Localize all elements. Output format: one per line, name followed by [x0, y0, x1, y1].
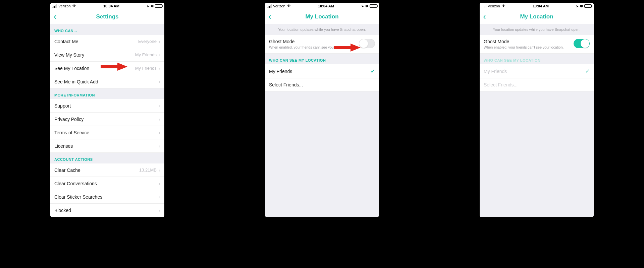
row-value: My Friends	[135, 66, 157, 71]
row-select-friends: Select Friends...	[480, 78, 594, 91]
option-label: My Friends	[269, 69, 371, 74]
page-title: Settings	[96, 13, 118, 20]
battery-icon	[155, 4, 162, 8]
row-label: Support	[54, 103, 159, 109]
navbar: ‹ My Location	[265, 9, 379, 24]
status-bar: Verizon 10:04 AM ➤ ✱	[480, 3, 594, 9]
page-title: My Location	[520, 13, 553, 20]
row-clear-stickers[interactable]: Clear Sticker Searches ›	[50, 190, 164, 204]
ghost-mode-sub: When enabled, your friends can't see you…	[269, 45, 359, 49]
check-icon: ✓	[371, 68, 375, 74]
ghost-mode-toggle[interactable]	[574, 39, 590, 48]
chevron-right-icon: ›	[159, 65, 160, 71]
row-label: Contact Me	[54, 39, 138, 44]
row-clear-conversations[interactable]: Clear Conversations ›	[50, 177, 164, 190]
row-label: Clear Sticker Searches	[54, 194, 159, 200]
status-bar: Verizon 10:04 AM ➤ ✱	[265, 3, 379, 9]
clock: 10:04 AM	[103, 4, 119, 8]
section-header-who-can: WHO CAN...	[50, 24, 164, 35]
page-title: My Location	[305, 13, 338, 20]
row-view-my-story[interactable]: View My Story My Friends ›	[50, 48, 164, 62]
row-label: Clear Conversations	[54, 181, 159, 186]
check-icon: ✓	[585, 68, 590, 74]
hint-text: Your location updates while you have Sna…	[265, 24, 379, 35]
row-see-my-location[interactable]: See My Location My Friends ›	[50, 62, 164, 75]
option-label: My Friends	[484, 69, 585, 74]
back-button[interactable]: ‹	[54, 9, 57, 24]
battery-icon	[370, 4, 377, 8]
phone-settings: Verizon 10:04 AM ➤ ✱ ‹ Settings WHO CAN.…	[50, 3, 164, 217]
navbar: ‹ My Location	[480, 9, 594, 24]
row-terms[interactable]: Terms of Service ›	[50, 126, 164, 139]
row-label: See Me in Quick Add	[54, 79, 159, 84]
chevron-right-icon: ›	[159, 194, 160, 200]
location-settings: Your location updates while you have Sna…	[480, 24, 594, 217]
row-value: Everyone	[138, 39, 157, 44]
wifi-icon	[287, 4, 291, 8]
row-select-friends[interactable]: Select Friends...	[265, 78, 379, 91]
row-value: 13.21MB	[139, 168, 157, 173]
carrier-label: Verizon	[58, 4, 71, 8]
row-ghost-mode[interactable]: Ghost Mode When enabled, your friends ca…	[480, 35, 594, 54]
section-header-more-info: MORE INFORMATION	[50, 88, 164, 99]
back-button[interactable]: ‹	[483, 9, 486, 24]
hint-text: Your location updates while you have Sna…	[480, 24, 594, 35]
chevron-right-icon: ›	[159, 39, 160, 44]
bluetooth-icon: ✱	[365, 4, 368, 8]
chevron-right-icon: ›	[159, 52, 160, 58]
navbar: ‹ Settings	[50, 9, 164, 24]
row-label: View My Story	[54, 52, 135, 58]
status-bar: Verizon 10:04 AM ➤ ✱	[50, 3, 164, 9]
settings-list[interactable]: WHO CAN... Contact Me Everyone › View My…	[50, 24, 164, 217]
wifi-icon	[72, 4, 76, 8]
row-label: Licenses	[54, 143, 159, 149]
row-label: Terms of Service	[54, 130, 159, 135]
row-privacy-policy[interactable]: Privacy Policy ›	[50, 113, 164, 126]
row-my-friends: My Friends ✓	[480, 64, 594, 78]
row-my-friends[interactable]: My Friends ✓	[265, 64, 379, 78]
ghost-mode-toggle[interactable]	[359, 39, 375, 48]
row-clear-cache[interactable]: Clear Cache 13.21MB ›	[50, 163, 164, 177]
chevron-right-icon: ›	[159, 79, 160, 84]
carrier-label: Verizon	[488, 4, 500, 8]
bluetooth-icon: ✱	[151, 4, 154, 8]
back-button[interactable]: ‹	[268, 9, 271, 24]
phone-location-on: Verizon 10:04 AM ➤ ✱ ‹ My Location Your …	[480, 3, 594, 217]
row-support[interactable]: Support ›	[50, 99, 164, 113]
row-ghost-mode[interactable]: Ghost Mode When enabled, your friends ca…	[265, 35, 379, 54]
chevron-right-icon: ›	[159, 130, 160, 135]
ghost-mode-sub: When enabled, your friends can't see you…	[484, 45, 574, 49]
location-services-icon: ➤	[147, 4, 149, 8]
signal-icon	[52, 4, 57, 8]
ghost-mode-label: Ghost Mode	[484, 39, 574, 44]
battery-icon	[584, 4, 592, 8]
section-header-account: ACCOUNT ACTIONS	[50, 153, 164, 163]
option-label: Select Friends...	[484, 82, 590, 87]
chevron-right-icon: ›	[159, 207, 160, 213]
row-licenses[interactable]: Licenses ›	[50, 139, 164, 153]
section-header-who-can-see: WHO CAN SEE MY LOCATION	[480, 54, 594, 64]
chevron-right-icon: ›	[159, 167, 160, 173]
signal-icon	[267, 4, 272, 8]
location-settings: Your location updates while you have Sna…	[265, 24, 379, 217]
chevron-right-icon: ›	[159, 143, 160, 149]
row-quick-add[interactable]: See Me in Quick Add ›	[50, 75, 164, 88]
location-services-icon: ➤	[576, 4, 579, 8]
row-label: Privacy Policy	[54, 117, 159, 122]
row-contact-me[interactable]: Contact Me Everyone ›	[50, 35, 164, 48]
row-label: Blocked	[54, 208, 159, 213]
row-label: Clear Cache	[54, 168, 139, 173]
wifi-icon	[501, 4, 505, 8]
carrier-label: Verizon	[273, 4, 285, 8]
signal-icon	[482, 4, 486, 8]
bluetooth-icon: ✱	[580, 4, 583, 8]
phone-location-off: Verizon 10:04 AM ➤ ✱ ‹ My Location Your …	[265, 3, 379, 217]
clock: 10:04 AM	[533, 4, 549, 8]
row-blocked[interactable]: Blocked ›	[50, 204, 164, 217]
clock: 10:04 AM	[318, 4, 334, 8]
row-label: See My Location	[54, 66, 135, 71]
chevron-right-icon: ›	[159, 116, 160, 122]
section-header-who-can-see: WHO CAN SEE MY LOCATION	[265, 54, 379, 64]
row-value: My Friends	[135, 52, 157, 57]
option-label: Select Friends...	[269, 82, 375, 87]
